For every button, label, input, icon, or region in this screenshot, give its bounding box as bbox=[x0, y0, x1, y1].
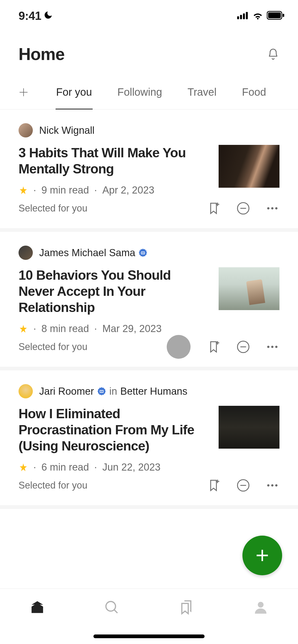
recommendation-label: Selected for you bbox=[19, 341, 87, 352]
read-time: 9 min read bbox=[42, 185, 89, 196]
home-indicator[interactable] bbox=[93, 634, 205, 638]
bookmark-button[interactable] bbox=[207, 340, 221, 354]
article-meta: · 8 min read · Mar 29, 2023 bbox=[19, 323, 208, 334]
svg-line-39 bbox=[114, 610, 118, 613]
tab-following[interactable]: Following bbox=[118, 86, 162, 109]
feed-tabs: For you Following Travel Food bbox=[0, 71, 298, 109]
publish-date: Apr 2, 2023 bbox=[102, 185, 154, 196]
article-thumbnail bbox=[219, 145, 279, 188]
add-tab-button[interactable] bbox=[18, 92, 29, 103]
meta-separator: · bbox=[33, 323, 36, 334]
read-time: 6 min read bbox=[42, 462, 89, 473]
meta-separator: · bbox=[33, 462, 36, 473]
svg-rect-2 bbox=[243, 13, 245, 19]
meta-separator: · bbox=[33, 185, 36, 196]
more-options-button[interactable] bbox=[265, 478, 279, 493]
status-bar: 9:41 bbox=[0, 0, 298, 26]
svg-rect-3 bbox=[246, 12, 248, 19]
author-row: Nick Wignall bbox=[19, 123, 279, 137]
battery-icon bbox=[267, 11, 285, 21]
author-avatar[interactable] bbox=[19, 246, 33, 260]
publication-in-word: in bbox=[109, 386, 117, 397]
article-thumbnail bbox=[219, 267, 279, 310]
publish-date: Mar 29, 2023 bbox=[102, 323, 162, 334]
svg-point-40 bbox=[258, 602, 264, 608]
cellular-signal-icon bbox=[237, 11, 249, 21]
svg-point-15 bbox=[275, 207, 278, 210]
tab-food[interactable]: Food bbox=[242, 86, 266, 109]
author-name-text: James Michael Sama bbox=[39, 247, 135, 259]
author-name[interactable]: Jari Roomer in Better Humans bbox=[39, 386, 187, 397]
wifi-icon bbox=[252, 11, 264, 21]
svg-point-14 bbox=[271, 207, 274, 210]
show-less-button[interactable] bbox=[236, 340, 250, 354]
publish-date: Jun 22, 2023 bbox=[102, 462, 161, 473]
compose-fab[interactable] bbox=[242, 536, 282, 575]
publication-name: Better Humans bbox=[120, 386, 187, 397]
status-time: 9:41 bbox=[19, 9, 41, 22]
show-less-button[interactable] bbox=[236, 201, 250, 215]
svg-rect-27 bbox=[100, 391, 101, 392]
article-actions bbox=[207, 478, 279, 493]
svg-rect-0 bbox=[237, 16, 239, 19]
author-row: Jari Roomer in Better Humans bbox=[19, 384, 279, 398]
nav-home[interactable] bbox=[29, 599, 45, 615]
bookmark-button[interactable] bbox=[207, 478, 221, 493]
meta-separator: · bbox=[94, 323, 97, 334]
recommendation-label: Selected for you bbox=[19, 480, 87, 491]
nav-bookmarks[interactable] bbox=[178, 599, 194, 615]
svg-rect-28 bbox=[102, 391, 103, 392]
members-only-star-icon bbox=[19, 463, 28, 472]
author-name-text: Jari Roomer bbox=[39, 386, 94, 397]
more-options-button[interactable] bbox=[265, 340, 279, 354]
svg-point-34 bbox=[271, 484, 274, 487]
members-only-star-icon bbox=[19, 186, 28, 195]
more-options-button[interactable] bbox=[265, 201, 279, 215]
moon-icon bbox=[43, 9, 53, 22]
author-name[interactable]: James Michael Sama bbox=[39, 247, 147, 259]
tab-for-you[interactable]: For you bbox=[56, 86, 92, 109]
svg-rect-26 bbox=[100, 390, 103, 393]
svg-point-23 bbox=[267, 346, 270, 348]
bookmark-button[interactable] bbox=[207, 201, 221, 215]
svg-point-38 bbox=[106, 601, 116, 611]
nav-search[interactable] bbox=[104, 599, 120, 615]
tab-travel[interactable]: Travel bbox=[188, 86, 217, 109]
article-card[interactable]: Nick Wignall 3 Habits That Will Make You… bbox=[0, 109, 298, 232]
verified-badge-icon bbox=[138, 248, 147, 257]
svg-point-35 bbox=[275, 484, 278, 487]
meta-separator: · bbox=[94, 185, 97, 196]
meta-separator: · bbox=[94, 462, 97, 473]
svg-point-24 bbox=[271, 346, 274, 348]
members-only-star-icon bbox=[19, 324, 28, 334]
article-footer: Selected for you bbox=[19, 201, 279, 215]
recommendation-label: Selected for you bbox=[19, 203, 87, 214]
svg-point-25 bbox=[275, 346, 278, 348]
status-right bbox=[237, 11, 285, 21]
article-body: How I Eliminated Procrastination From My… bbox=[19, 406, 279, 473]
status-left: 9:41 bbox=[19, 9, 53, 22]
article-meta: · 9 min read · Apr 2, 2023 bbox=[19, 185, 208, 196]
notifications-button[interactable] bbox=[267, 48, 279, 61]
author-avatar[interactable] bbox=[19, 384, 33, 398]
author-name[interactable]: Nick Wignall bbox=[39, 125, 94, 136]
author-name-text: Nick Wignall bbox=[39, 125, 94, 136]
article-card[interactable]: James Michael Sama 10 Behaviors You Shou… bbox=[0, 232, 298, 370]
svg-rect-6 bbox=[283, 14, 284, 17]
article-card[interactable]: Jari Roomer in Better Humans How I Elimi… bbox=[0, 370, 298, 509]
article-footer: Selected for you bbox=[19, 340, 279, 354]
article-actions bbox=[207, 201, 279, 215]
page-title: Home bbox=[19, 44, 65, 64]
article-actions bbox=[207, 340, 279, 354]
article-title: 3 Habits That Will Make You Mentally Str… bbox=[19, 145, 208, 177]
show-less-button[interactable] bbox=[236, 478, 250, 493]
nav-profile[interactable] bbox=[253, 599, 269, 615]
svg-point-13 bbox=[267, 207, 270, 210]
svg-rect-17 bbox=[142, 252, 143, 254]
article-body: 3 Habits That Will Make You Mentally Str… bbox=[19, 145, 279, 196]
article-body: 10 Behaviors You Should Never Accept In … bbox=[19, 267, 279, 334]
author-avatar[interactable] bbox=[19, 123, 33, 137]
article-title: How I Eliminated Procrastination From My… bbox=[19, 406, 208, 454]
verified-badge-icon bbox=[97, 387, 106, 396]
article-feed: Nick Wignall 3 Habits That Will Make You… bbox=[0, 109, 298, 509]
